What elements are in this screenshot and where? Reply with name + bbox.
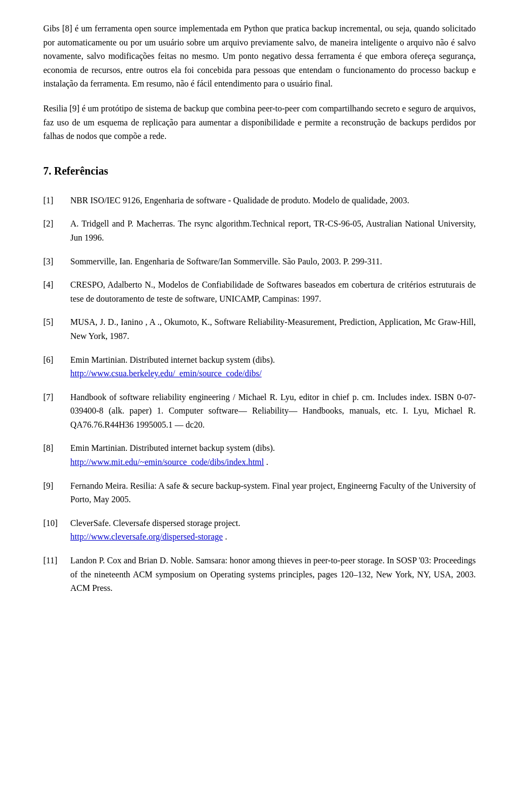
ref-content-5: MUSA, J. D., Ianino , A ., Okumoto, K., … [70, 315, 476, 343]
ref-number-7: [7] [43, 390, 70, 432]
ref-number-8: [8] [43, 441, 70, 469]
ref-content-8: Emin Martinian. Distributed internet bac… [70, 441, 476, 469]
ref-content-9: Fernando Meira. Resilia: A safe & secure… [70, 479, 476, 507]
ref-number-10: [10] [43, 516, 70, 544]
ref-content-10: CleverSafe. Cleversafe dispersed storage… [70, 516, 476, 544]
ref-number-9: [9] [43, 479, 70, 507]
reference-item-10: [10] CleverSafe. Cleversafe dispersed st… [43, 516, 476, 544]
section-number: 7. [43, 165, 51, 177]
ref-6-link[interactable]: http://www.csua.berkeley.edu/_emin/sourc… [70, 369, 262, 378]
ref-8-link[interactable]: http://www.mit.edu/~emin/source_code/dib… [70, 457, 264, 467]
ref-content-7: Handbook of software reliability enginee… [70, 390, 476, 432]
ref-10-text-after: . [225, 532, 227, 541]
ref-number-4: [4] [43, 278, 70, 305]
ref-content-1: NBR ISO/IEC 9126, Engenharia de software… [70, 194, 476, 208]
ref-number-1: [1] [43, 194, 70, 208]
ref-content-11: Landon P. Cox and Brian D. Noble. Samsar… [70, 554, 476, 595]
ref-6-text-before: Emin Martinian. Distributed internet bac… [70, 355, 275, 364]
references-list: [1] NBR ISO/IEC 9126, Engenharia de soft… [43, 194, 476, 595]
reference-item-8: [8] Emin Martinian. Distributed internet… [43, 441, 476, 469]
reference-item-5: [5] MUSA, J. D., Ianino , A ., Okumoto, … [43, 315, 476, 343]
ref-8-text-before: Emin Martinian. Distributed internet bac… [70, 443, 275, 452]
reference-item-9: [9] Fernando Meira. Resilia: A safe & se… [43, 479, 476, 507]
reference-item-11: [11] Landon P. Cox and Brian D. Noble. S… [43, 554, 476, 595]
ref-number-2: [2] [43, 217, 70, 244]
reference-item-4: [4] CRESPO, Adalberto N., Modelos de Con… [43, 278, 476, 305]
section-title-text: Referências [54, 165, 108, 177]
reference-item-2: [2] A. Tridgell and P. Macherras. The rs… [43, 217, 476, 244]
ref-content-6: Emin Martinian. Distributed internet bac… [70, 353, 476, 381]
ref-number-5: [5] [43, 315, 70, 343]
ref-number-3: [3] [43, 255, 70, 269]
ref-number-6: [6] [43, 353, 70, 381]
ref-8-text-after: . [266, 457, 268, 467]
intro-paragraph-2: Resilia [9] é um protótipo de sistema de… [43, 102, 476, 143]
reference-item-7: [7] Handbook of software reliability eng… [43, 390, 476, 432]
page-container: Gibs [8] é um ferramenta open source imp… [0, 0, 519, 637]
ref-content-4: CRESPO, Adalberto N., Modelos de Confiab… [70, 278, 476, 305]
ref-10-text-before: CleverSafe. Cleversafe dispersed storage… [70, 518, 241, 528]
ref-number-11: [11] [43, 554, 70, 595]
ref-10-link[interactable]: http://www.cleversafe.org/dispersed-stor… [70, 532, 223, 541]
reference-item-6: [6] Emin Martinian. Distributed internet… [43, 353, 476, 381]
reference-item-1: [1] NBR ISO/IEC 9126, Engenharia de soft… [43, 194, 476, 208]
references-section-heading: 7. Referências [43, 165, 476, 177]
ref-content-2: A. Tridgell and P. Macherras. The rsync … [70, 217, 476, 244]
ref-content-3: Sommerville, Ian. Engenharia de Software… [70, 255, 476, 269]
reference-item-3: [3] Sommerville, Ian. Engenharia de Soft… [43, 255, 476, 269]
intro-paragraph-1: Gibs [8] é um ferramenta open source imp… [43, 22, 476, 91]
